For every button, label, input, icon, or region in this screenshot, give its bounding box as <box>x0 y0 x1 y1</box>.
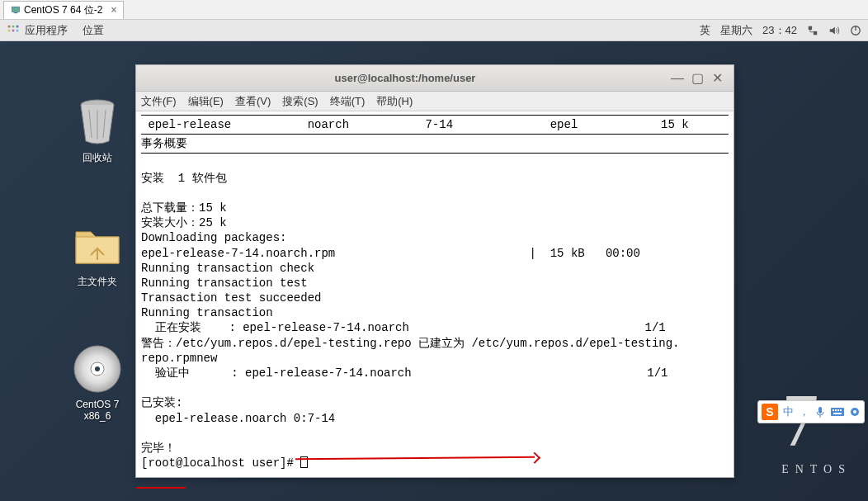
svg-point-3 <box>12 25 15 27</box>
svg-rect-21 <box>833 409 834 411</box>
svg-point-6 <box>12 29 15 31</box>
svg-point-18 <box>95 366 100 371</box>
host-tab[interactable]: CentOS 7 64 位-2 × <box>3 1 124 19</box>
svg-rect-19 <box>818 407 822 414</box>
svg-point-4 <box>17 25 19 27</box>
svg-point-7 <box>17 29 19 31</box>
ime-toolbar[interactable]: S 中 ， <box>757 400 865 423</box>
desktop: 回收站 主文件夹 CentOS 7 x86_6 7 ENTOS <box>0 41 868 501</box>
ime-lang[interactable]: 中 <box>783 404 794 419</box>
svg-point-26 <box>853 410 856 414</box>
term-line: 验证中 : epel-release-7-14.noarch 1/1 <box>141 366 668 380</box>
host-tab-label: CentOS 7 64 位-2 <box>24 3 102 17</box>
places-menu[interactable]: 位置 <box>83 23 104 38</box>
trash-label: 回收站 <box>64 151 130 165</box>
disc-icon <box>71 343 124 395</box>
term-line: Running transaction <box>141 306 273 319</box>
keyboard-icon[interactable] <box>831 406 844 418</box>
term-line: epel-release-7-14.noarch.rpm | 15 kB 00:… <box>141 247 640 260</box>
svg-rect-25 <box>833 413 842 414</box>
cursor <box>300 456 308 468</box>
input-lang-indicator[interactable]: 英 <box>700 23 710 38</box>
term-line: epel-release.noarch 0:7-14 <box>141 412 335 425</box>
apps-icon <box>7 24 20 37</box>
applications-menu[interactable]: 应用程序 <box>25 23 68 38</box>
svg-rect-22 <box>835 409 837 411</box>
term-line: Downloading packages: <box>141 231 286 244</box>
term-line: 事务概要 <box>141 137 187 150</box>
menu-view[interactable]: 查看(V) <box>235 94 271 109</box>
prompt-line: [root@localhost user]# <box>141 456 300 470</box>
home-folder-icon[interactable]: 主文件夹 <box>64 219 130 289</box>
day-label: 星期六 <box>720 23 752 38</box>
menu-search[interactable]: 搜索(S) <box>282 94 318 109</box>
cd-icon[interactable]: CentOS 7 x86_6 <box>64 343 130 422</box>
annotation-underline-2 <box>136 487 186 489</box>
network-icon[interactable] <box>807 25 818 36</box>
power-icon[interactable] <box>850 25 861 36</box>
ime-logo-icon: S <box>762 404 778 420</box>
menu-edit[interactable]: 编辑(E) <box>188 94 224 109</box>
window-title: user@localhost:/home/user <box>143 72 668 84</box>
term-line: Running transaction test <box>141 276 308 290</box>
time-label: 23：42 <box>762 23 797 38</box>
menu-file[interactable]: 文件(F) <box>141 94 177 109</box>
microphone-icon[interactable] <box>814 406 826 418</box>
term-line: 已安装: <box>141 396 182 409</box>
term-line: 正在安装 : epel-release-7-14.noarch 1/1 <box>141 321 666 334</box>
home-label: 主文件夹 <box>64 275 130 289</box>
terminal-content[interactable]: epel-release noarch 7-14 epel 15 k 事务概要 … <box>136 111 734 477</box>
term-line: 安装 1 软件包 <box>141 172 227 185</box>
term-line: Transaction test succeeded <box>141 291 321 305</box>
close-button[interactable]: ✕ <box>707 69 727 88</box>
svg-rect-9 <box>814 31 817 34</box>
cd-label: CentOS 7 x86_6 <box>64 399 130 422</box>
centos-branding: 7 ENTOS <box>781 378 851 476</box>
menu-help[interactable]: 帮助(H) <box>376 94 413 109</box>
gnome-topbar: 应用程序 位置 英 星期六 23：42 <box>0 20 868 41</box>
menu-terminal[interactable]: 终端(T) <box>330 94 366 109</box>
term-line: Running transaction check <box>141 262 314 275</box>
terminal-window: user@localhost:/home/user — ▢ ✕ 文件(F) 编辑… <box>135 64 734 478</box>
term-line: 完毕！ <box>141 442 176 455</box>
centos-text: ENTOS <box>781 463 851 476</box>
svg-rect-1 <box>14 12 18 13</box>
svg-point-2 <box>8 25 11 27</box>
maximize-button[interactable]: ▢ <box>687 69 707 88</box>
folder-icon <box>71 219 124 272</box>
volume-icon[interactable] <box>828 25 840 36</box>
terminal-menubar: 文件(F) 编辑(E) 查看(V) 搜索(S) 终端(T) 帮助(H) <box>136 92 734 111</box>
close-icon[interactable]: × <box>111 4 116 16</box>
settings-icon[interactable] <box>849 406 861 418</box>
svg-point-5 <box>8 29 11 31</box>
svg-rect-0 <box>12 7 20 12</box>
term-line: repo.rpmnew <box>141 352 217 365</box>
svg-rect-8 <box>809 26 812 29</box>
term-line: 警告：/etc/yum.repos.d/epel-testing.repo 已建… <box>141 337 680 350</box>
svg-rect-24 <box>840 409 842 411</box>
term-line: epel-release noarch 7-14 epel 15 k <box>141 118 689 131</box>
trash-bin-icon <box>71 95 124 148</box>
trash-icon[interactable]: 回收站 <box>64 95 130 165</box>
ime-punct-icon[interactable]: ， <box>799 404 809 419</box>
host-tabbar: CentOS 7 64 位-2 × <box>0 0 868 20</box>
svg-rect-23 <box>837 409 839 411</box>
vm-icon <box>11 5 21 15</box>
term-line: 总下载量：15 k <box>141 201 227 215</box>
svg-rect-20 <box>831 408 844 416</box>
terminal-titlebar[interactable]: user@localhost:/home/user — ▢ ✕ <box>136 65 734 92</box>
term-line: 安装大小：25 k <box>141 216 227 229</box>
minimize-button[interactable]: — <box>668 69 687 88</box>
